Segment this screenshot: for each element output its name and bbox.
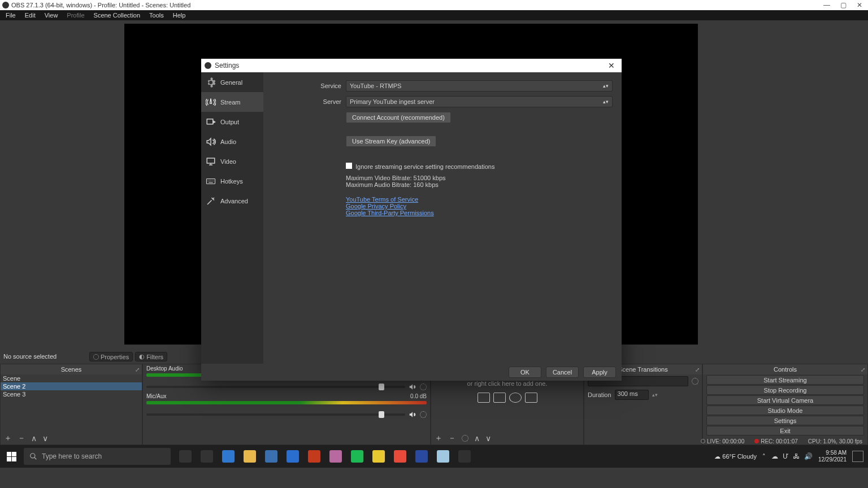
connect-account-button[interactable]: Connect Account (recommended) (346, 112, 451, 123)
dialog-icon (205, 62, 211, 69)
taskbar-app-microsoft-store[interactable] (261, 445, 281, 468)
google-privacy-link[interactable]: Google Privacy Policy (346, 203, 406, 210)
settings-button[interactable]: Settings (706, 416, 864, 425)
popout-icon[interactable]: ⤢ (695, 367, 700, 373)
stop-recording-button[interactable]: Stop Recording (706, 385, 864, 395)
file-explorer-icon (244, 450, 256, 463)
taskbar-app-mail[interactable] (283, 445, 303, 468)
popout-icon[interactable]: ⤢ (861, 367, 865, 373)
channel-name: Mic/Aux (146, 393, 167, 399)
taskbar-app-edge[interactable] (218, 445, 238, 468)
use-stream-key-button[interactable]: Use Stream Key (advanced) (346, 136, 436, 147)
properties-button[interactable]: Properties (89, 352, 133, 361)
scenes-title: Scenes (61, 366, 82, 373)
exit-button[interactable]: Exit (706, 426, 864, 435)
spotify-icon (351, 450, 363, 463)
taskbar-app-cortana[interactable] (175, 445, 196, 468)
menu-view[interactable]: View (40, 12, 63, 19)
youtube-tos-link[interactable]: YouTube Terms of Service (346, 196, 418, 203)
gear-icon[interactable] (420, 384, 427, 390)
volume-slider[interactable] (146, 413, 405, 416)
network-icon[interactable]: 🖧 (793, 452, 800, 460)
taskbar-app-obs[interactable] (454, 445, 475, 468)
tray-chevron-icon[interactable]: ˄ (762, 453, 766, 460)
action-center-button[interactable] (852, 451, 863, 462)
nav-stream[interactable]: Stream (201, 92, 263, 112)
ignore-recommendations-checkbox[interactable] (346, 163, 352, 169)
window-title: OBS 27.1.3 (64-bit, windows) - Profile: … (11, 2, 190, 8)
menu-edit[interactable]: Edit (20, 12, 40, 19)
dialog-close-button[interactable]: ✕ (605, 61, 618, 70)
ok-button[interactable]: OK (509, 367, 541, 378)
gear-icon (93, 354, 99, 360)
properties-label: Properties (101, 354, 129, 360)
transition-settings-button[interactable] (692, 378, 698, 385)
speaker-icon[interactable] (409, 411, 416, 419)
monitor-icon (206, 156, 216, 167)
scene-item[interactable]: Scene (1, 374, 142, 382)
google-thirdparty-link[interactable]: Google Third-Party Permissions (346, 210, 434, 216)
taskbar-app-office[interactable] (304, 445, 324, 468)
taskbar-app-chrome[interactable] (390, 445, 410, 468)
nav-video[interactable]: Video (201, 151, 263, 171)
menu-profile[interactable]: Profile (62, 12, 89, 19)
gear-icon[interactable] (420, 411, 427, 418)
nav-general[interactable]: General (201, 72, 263, 92)
filters-button[interactable]: ◐Filters (135, 352, 167, 361)
popout-icon[interactable]: ⤢ (135, 367, 140, 373)
taskbar-app-task-view[interactable] (197, 445, 217, 468)
menu-help[interactable]: Help (168, 12, 190, 19)
usb-icon[interactable]: Ư (783, 452, 788, 460)
nav-label: General (220, 79, 242, 86)
taskbar-app-file-explorer[interactable] (240, 445, 260, 468)
studio-mode-button[interactable]: Studio Mode (706, 406, 864, 415)
keyboard-icon (206, 176, 216, 186)
nav-label: Hotkeys (220, 178, 243, 185)
minimize-button[interactable]: — (823, 1, 830, 9)
close-button[interactable]: ✕ (857, 1, 862, 9)
speaker-icon[interactable] (409, 383, 416, 391)
globe-source-icon (509, 393, 522, 403)
menu-tools[interactable]: Tools (145, 12, 168, 19)
scene-item[interactable]: Scene 3 (1, 390, 142, 398)
windows-logo-icon (7, 452, 16, 461)
taskbar-app-sticky-notes[interactable] (368, 445, 389, 468)
volume-icon[interactable]: 🔊 (804, 452, 813, 460)
nav-output[interactable]: Output (201, 112, 263, 132)
nav-advanced[interactable]: Advanced (201, 191, 263, 211)
taskbar-app-photo-app[interactable] (326, 445, 346, 468)
max-audio-bitrate: Maximum Audio Bitrate: 160 kbps (346, 181, 439, 188)
taskbar-search[interactable]: Type here to search (24, 448, 171, 465)
gear-icon (206, 77, 216, 88)
mixer-channel: Mic/Aux0.0 dB (143, 392, 430, 420)
volume-slider[interactable] (146, 386, 405, 388)
cortana-icon (179, 450, 192, 463)
apply-button[interactable]: Apply (583, 367, 616, 378)
nav-hotkeys[interactable]: Hotkeys (201, 171, 263, 191)
cancel-button[interactable]: Cancel (546, 367, 579, 378)
scene-item[interactable]: Scene 2 (1, 382, 142, 390)
taskbar-clock[interactable]: 9:58 AM 12/29/2021 (818, 450, 847, 463)
taskbar-app-ez[interactable] (411, 445, 432, 468)
start-streaming-button[interactable]: Start Streaming (706, 375, 864, 385)
onedrive-icon[interactable]: ☁ (771, 452, 778, 460)
taskbar-app-spotify[interactable] (347, 445, 367, 468)
weather-text: 66°F Cloudy (722, 453, 757, 460)
duration-input[interactable]: 300 ms (615, 390, 649, 400)
svg-rect-1 (207, 158, 215, 163)
menu-file[interactable]: File (1, 12, 20, 19)
taskbar-app-notepad[interactable] (433, 445, 453, 468)
clock-date: 12/29/2021 (818, 456, 847, 463)
maximize-button[interactable]: ▢ (840, 1, 847, 9)
window-titlebar: OBS 27.1.3 (64-bit, windows) - Profile: … (0, 0, 868, 10)
server-select[interactable]: Primary YouTube ingest server▴▾ (346, 96, 613, 107)
weather-widget[interactable]: ☁ 66°F Cloudy (714, 453, 757, 460)
stepper-icon[interactable]: ▴▾ (652, 392, 658, 398)
nav-audio[interactable]: Audio (201, 132, 263, 151)
controls-panel: Controls⤢ Start Streaming Stop Recording… (702, 364, 868, 445)
start-button[interactable] (0, 445, 23, 468)
service-select[interactable]: YouTube - RTMPS▴▾ (346, 80, 613, 91)
start-virtual-camera-button[interactable]: Start Virtual Camera (706, 395, 864, 405)
scenes-list[interactable]: Scene Scene 2 Scene 3 (1, 374, 142, 432)
menu-scene-collection[interactable]: Scene Collection (89, 12, 145, 19)
